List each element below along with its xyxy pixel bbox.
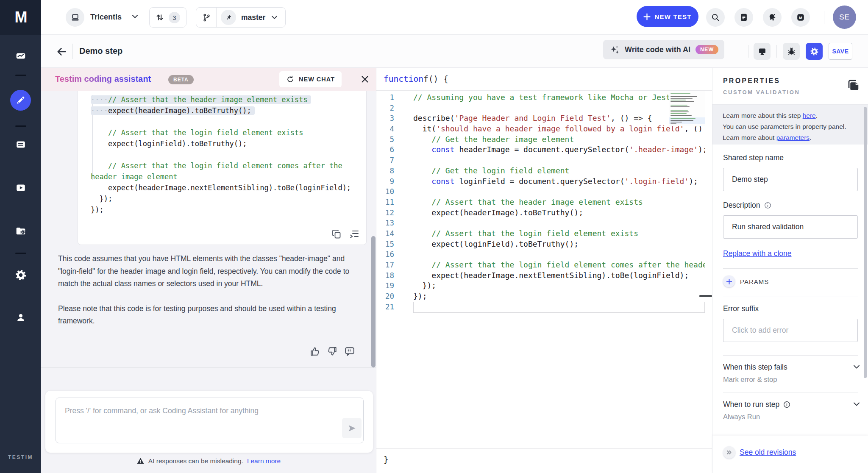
screen-view-icon[interactable]	[754, 43, 771, 60]
thumbs-down-icon[interactable]	[327, 346, 337, 356]
line-number: 5	[376, 134, 400, 145]
suites-settings-icon[interactable]	[15, 225, 26, 236]
insights-icon[interactable]	[15, 50, 26, 61]
error-suffix-input[interactable]: Click to add error	[723, 319, 858, 342]
chevron-down-icon	[271, 15, 278, 20]
runs-icon[interactable]	[15, 182, 26, 193]
changelog-icon[interactable]	[734, 8, 753, 27]
editor-line[interactable]: 4 it('should have a header image followe…	[376, 124, 705, 134]
coding-assistant-panel: Testim coding assistant BETA NEW CHAT ··…	[41, 68, 376, 473]
line-content: });	[400, 291, 427, 302]
settings-icon[interactable]	[15, 270, 26, 281]
debug-bug-icon[interactable]	[783, 43, 800, 60]
editor-line[interactable]: 20});	[376, 291, 705, 302]
duplicate-step-icon[interactable]	[847, 79, 860, 92]
editor-line[interactable]: 3describe('Page Header and Login Field T…	[376, 113, 705, 124]
thumbs-up-icon[interactable]	[309, 346, 320, 356]
line-number: 21	[376, 302, 400, 312]
editor-minimap[interactable]	[669, 91, 705, 126]
line-content: it('should have a header image followed …	[400, 124, 705, 134]
back-arrow-icon[interactable]	[56, 46, 67, 58]
editor-line[interactable]: 7	[376, 155, 705, 166]
editor-line[interactable]: 15 expect(loginField).toBeTruthy();	[376, 239, 705, 250]
properties-subtitle: CUSTOM VALIDATION	[723, 89, 800, 95]
editor-line[interactable]: 2	[376, 103, 705, 114]
help-widget-icon[interactable]: M	[791, 8, 810, 27]
line-number: 11	[376, 197, 400, 208]
editor-line[interactable]: 19 });	[376, 281, 705, 291]
editor-line[interactable]: 10	[376, 186, 705, 197]
project-icon[interactable]	[66, 8, 84, 27]
editor-line[interactable]: 8 // Get the login field element	[376, 166, 705, 176]
test-list-icon[interactable]	[15, 139, 26, 150]
chat-scrollbar-thumb[interactable]	[371, 236, 376, 367]
plus-icon	[643, 13, 651, 20]
beta-badge: BETA	[168, 75, 194, 84]
assistant-code-line: // Assert that the login field element e…	[91, 127, 362, 138]
editor-line[interactable]: 11 // Assert that the header image eleme…	[376, 197, 705, 208]
user-avatar[interactable]: SE	[833, 6, 856, 29]
editor-line[interactable]: 18 expect(headerImage.nextElementSibling…	[376, 270, 705, 281]
editor-line[interactable]: 9 const loginField = document.querySelec…	[376, 176, 705, 187]
user-icon[interactable]	[15, 312, 26, 323]
when-to-run-label[interactable]: When to run step	[723, 400, 791, 409]
assistant-message: This code assumes that you have HTML ele…	[58, 253, 357, 328]
notifications-icon[interactable]	[763, 8, 782, 27]
chat-input[interactable]: Press '/' for command, or ask Coding Ass…	[56, 398, 364, 443]
properties-scrollbar-thumb[interactable]	[864, 107, 867, 378]
code-snippet-card: ····// Assert that the header image elem…	[78, 91, 367, 245]
assistant-code-line	[91, 149, 362, 160]
editor-line[interactable]: 1// Assuming you have a test framework l…	[376, 92, 705, 103]
line-number: 7	[376, 155, 400, 166]
pending-changes-button[interactable]: 3	[149, 7, 186, 28]
feedback-comment-icon[interactable]	[344, 346, 354, 356]
sidebar-item-editor-active[interactable]	[10, 90, 31, 111]
parameters-link[interactable]: parameters	[776, 134, 810, 141]
project-selector[interactable]: Tricentis	[90, 13, 122, 22]
close-icon[interactable]	[360, 75, 370, 84]
save-button[interactable]: SAVE	[829, 43, 852, 60]
here-link[interactable]: here	[803, 112, 816, 119]
assistant-code-line: // Assert that the login field element c…	[91, 160, 362, 182]
write-code-with-ai-button[interactable]: Write code with AI NEW	[603, 40, 724, 59]
insert-code-icon[interactable]	[349, 229, 359, 239]
chevron-down-icon[interactable]	[853, 364, 860, 371]
panel-resize-handle[interactable]	[699, 295, 712, 297]
see-old-revisions-link[interactable]: See old revisions	[740, 448, 796, 457]
assistant-header: Testim coding assistant BETA NEW CHAT	[41, 68, 376, 91]
assistant-code-line: ····expect(headerImage).toBeTruthy();	[91, 105, 362, 116]
search-icon[interactable]	[706, 8, 725, 27]
learn-more-link[interactable]: Learn more	[247, 457, 281, 465]
line-content: });	[400, 281, 436, 291]
replace-with-clone-link[interactable]: Replace with a clone	[723, 249, 791, 258]
description-input[interactable]: Run shared validation	[723, 215, 858, 239]
function-signature: function f() {	[376, 68, 712, 91]
pin-icon[interactable]	[221, 10, 236, 25]
editor-line[interactable]: 14 // Assert that the login field elemen…	[376, 228, 705, 239]
branch-selector[interactable]: master	[196, 7, 286, 28]
line-number: 15	[376, 239, 400, 250]
line-content: // Assuming you have a test framework li…	[400, 92, 703, 103]
when-step-fails-label[interactable]: When this step fails	[723, 363, 787, 372]
chevron-down-icon[interactable]	[132, 14, 138, 19]
copy-code-icon[interactable]	[331, 229, 342, 239]
double-chevron-icon[interactable]	[723, 446, 735, 459]
plus-icon	[723, 275, 735, 287]
send-icon[interactable]	[342, 418, 362, 438]
editor-line[interactable]: 13	[376, 218, 705, 228]
properties-gear-icon[interactable]	[806, 43, 823, 60]
add-params-button[interactable]: PARAMS	[723, 275, 769, 287]
editor-line[interactable]: 17 // Assert that the login field elemen…	[376, 260, 705, 270]
editor-line[interactable]: 5 // Get the header image element	[376, 134, 705, 145]
shared-step-name-input[interactable]: Demo step	[723, 168, 858, 191]
editor-line[interactable]: 12 expect(headerImage).toBeTruthy();	[376, 208, 705, 218]
new-test-button[interactable]: NEW TEST	[637, 6, 698, 27]
chevron-down-icon[interactable]	[853, 402, 860, 409]
testim-logo[interactable]: M	[0, 0, 41, 35]
assistant-code-line	[91, 116, 362, 127]
new-chat-button[interactable]: NEW CHAT	[279, 71, 342, 87]
editor-line[interactable]: 6 const headerImage = document.querySele…	[376, 145, 705, 155]
assistant-code-line: });	[91, 193, 362, 204]
editor-lines[interactable]: 1// Assuming you have a test framework l…	[376, 92, 705, 312]
editor-line[interactable]: 16	[376, 249, 705, 260]
